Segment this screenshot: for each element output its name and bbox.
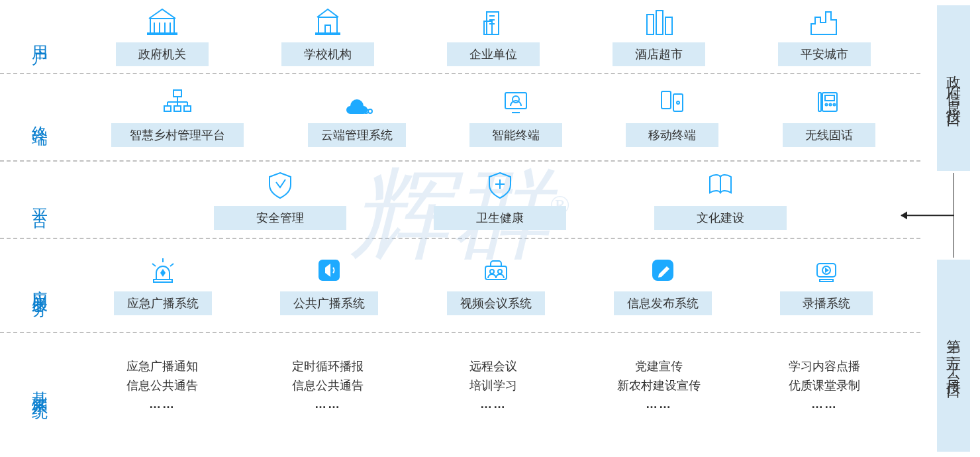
arrow-left-icon (901, 215, 954, 216)
row-label-col: 应用服务 (0, 278, 79, 293)
cell-public-broadcast: 公共广播系统 (280, 254, 378, 315)
base-line2: 信息公共通告 (96, 376, 228, 395)
row-platform: 平台 安全管理 卫生健康 文化建设 (0, 162, 920, 238)
cell-emergency-broadcast: 应急广播系统 (114, 254, 212, 315)
desk-phone-icon (813, 86, 845, 118)
row-label-col: 终端 (0, 113, 79, 121)
cell-government: 政府机关 (116, 5, 209, 66)
base-cell: 定时循环播报信息公共通告…… (262, 357, 394, 414)
cell-health: 卫生健康 (434, 169, 566, 230)
government-building-icon (146, 5, 178, 37)
base-line2: 培训学习 (427, 376, 560, 395)
speaker-icon (313, 254, 345, 286)
shield-icon (264, 169, 296, 201)
monitor-user-icon (500, 86, 532, 118)
row-label-users: 用户 (29, 32, 50, 40)
row-label-platform: 平台 (29, 196, 50, 204)
row-label-appservices: 应用服务 (29, 278, 50, 293)
main-grid: 辉群® 用户 政府机关 学校机构 企业单位 酒店超市 平安城市 终端 智慧乡村管… (0, 0, 920, 457)
label-box: 卫生健康 (434, 206, 566, 230)
label-box: 视频会议系统 (447, 291, 545, 315)
row-label-basesystem: 基础系统 (29, 378, 50, 394)
base-line1: 学习内容点播 (758, 357, 891, 376)
base-cell: 应急广播通知信息公共通告…… (96, 357, 228, 414)
cell-smart-terminal: 智能终端 (469, 86, 562, 147)
right-top-label: 政府信息接口 (944, 64, 963, 112)
cell-hotel: 酒店超市 (612, 5, 705, 66)
base-cell: 远程会议培训学习…… (427, 357, 560, 414)
school-building-icon (312, 5, 344, 37)
cell-school: 学校机构 (281, 5, 374, 66)
cell-enterprise: 企业单位 (447, 5, 540, 66)
base-line3: …… (593, 395, 725, 414)
label-box: 学校机构 (281, 42, 374, 66)
row-label-col: 基础系统 (0, 378, 79, 394)
label-box: 酒店超市 (612, 42, 705, 66)
label-box: 无线固话 (783, 123, 875, 147)
row-basesystem: 基础系统 应急广播通知信息公共通告…… 定时循环播报信息公共通告…… 远程会议培… (0, 333, 920, 439)
base-cell: 党建宣传新农村建设宣传…… (593, 357, 725, 414)
camera-record-icon (810, 254, 842, 286)
base-line3: …… (758, 395, 891, 414)
row-content-platform: 安全管理 卫生健康 文化建设 (79, 162, 920, 238)
network-nodes-icon (162, 86, 193, 118)
label-box: 安全管理 (214, 206, 346, 230)
label-box: 政府机关 (116, 42, 209, 66)
row-content-appservices: 应急广播系统 公共广播系统 视频会议系统 信息发布系统 录播系统 (79, 248, 920, 323)
row-content-terminals: 智慧乡村管理平台 云端管理系统 智能终端 移动终端 无线固话 (79, 79, 920, 155)
city-skyline-icon (808, 5, 840, 37)
medical-shield-icon (484, 169, 516, 201)
base-line2: 新农村建设宣传 (593, 376, 725, 395)
cell-wireless-phone: 无线固话 (783, 86, 875, 147)
label-box: 智能终端 (469, 123, 562, 147)
base-line1: 应急广播通知 (96, 357, 228, 376)
row-label-col: 用户 (0, 32, 79, 40)
diagram-root: 辉群® 用户 政府机关 学校机构 企业单位 酒店超市 平安城市 终端 智慧乡村管… (0, 0, 980, 457)
label-box: 录播系统 (780, 291, 873, 315)
cell-cloud-mgmt: 云端管理系统 (308, 86, 406, 147)
cell-mobile-terminal: 移动终端 (626, 86, 718, 147)
cell-safecity: 平安城市 (778, 5, 871, 66)
base-cell: 学习内容点播优质课堂录制…… (758, 357, 891, 414)
base-line3: …… (427, 395, 560, 414)
label-box: 平安城市 (778, 42, 871, 66)
connector-line (954, 173, 954, 258)
base-line3: …… (96, 395, 228, 414)
row-label-col: 平台 (0, 196, 79, 204)
hotel-buildings-icon (643, 5, 675, 37)
cloud-users-icon (341, 86, 373, 118)
right-box-thirdparty-interface: 第三方平台接口 (937, 260, 970, 452)
row-label-terminals: 终端 (29, 113, 50, 121)
label-box: 智慧乡村管理平台 (111, 123, 244, 147)
row-terminals: 终端 智慧乡村管理平台 云端管理系统 智能终端 移动终端 无线固话 (0, 74, 920, 160)
right-box-gov-interface: 政府信息接口 (937, 5, 970, 171)
cell-recording: 录播系统 (780, 254, 873, 315)
edit-note-icon (647, 254, 679, 286)
mobile-devices-icon (656, 86, 688, 118)
row-content-basesystem: 应急广播通知信息公共通告…… 定时循环播报信息公共通告…… 远程会议培训学习……… (79, 350, 920, 422)
cell-culture: 文化建设 (654, 169, 787, 230)
right-bottom-label: 第三方平台接口 (944, 328, 963, 383)
label-box: 文化建设 (654, 206, 787, 230)
base-line2: 优质课堂录制 (758, 376, 891, 395)
row-users: 用户 政府机关 学校机构 企业单位 酒店超市 平安城市 (0, 0, 920, 73)
label-box: 应急广播系统 (114, 291, 212, 315)
label-box: 公共广播系统 (280, 291, 378, 315)
label-box: 信息发布系统 (614, 291, 712, 315)
cell-village-platform: 智慧乡村管理平台 (111, 86, 244, 147)
row-content-users: 政府机关 学校机构 企业单位 酒店超市 平安城市 (79, 0, 920, 74)
base-line2: 信息公共通告 (262, 376, 394, 395)
label-box: 企业单位 (447, 42, 540, 66)
alarm-light-icon (147, 254, 179, 286)
cell-info-publish: 信息发布系统 (614, 254, 712, 315)
cell-video-conf: 视频会议系统 (447, 254, 545, 315)
label-box: 云端管理系统 (308, 123, 406, 147)
office-building-icon (477, 5, 509, 37)
book-icon (705, 169, 736, 201)
base-line1: 定时循环播报 (262, 357, 394, 376)
cell-security-mgmt: 安全管理 (214, 169, 346, 230)
base-line1: 党建宣传 (593, 357, 725, 376)
conference-icon (480, 254, 512, 286)
right-panel: 政府信息接口 第三方平台接口 (920, 0, 980, 457)
base-line3: …… (262, 395, 394, 414)
